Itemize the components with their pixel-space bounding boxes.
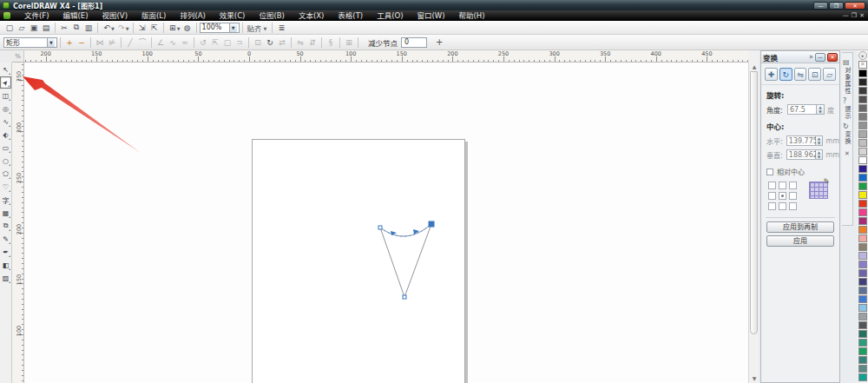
transform-size-button[interactable]: ⊡ [808,68,821,81]
freehand-tool-button[interactable]: ∿ [0,116,11,128]
reflect-nodes-h-icon[interactable]: ⇋ [294,36,306,48]
color-swatch-25[interactable] [858,287,867,294]
color-swatch-3[interactable] [858,96,867,103]
break-curve-icon[interactable]: ⊭ [106,36,118,48]
horizontal-input[interactable]: 139.775 [786,135,816,146]
menu-item-2[interactable]: 视图(V) [95,10,135,21]
menu-item-7[interactable]: 文本(X) [292,10,331,21]
ellipse-tool-button[interactable]: ○ [0,155,11,167]
new-document-icon[interactable]: ▢ [3,22,16,33]
rotate-skew-nodes-icon[interactable]: ↻ [264,36,276,48]
color-swatch-5[interactable] [858,113,867,121]
minimize-button[interactable]: — [813,2,828,10]
color-swatch-35[interactable] [858,373,867,381]
reflect-nodes-v-icon[interactable]: ⇵ [306,36,319,48]
vertical-ruler[interactable]: 350300250200150100 [12,63,24,383]
color-swatch-27[interactable] [858,304,867,312]
color-swatch-4[interactable] [858,104,867,112]
color-swatch-12[interactable] [858,174,867,182]
color-swatch-21[interactable] [858,252,867,260]
color-swatch-29[interactable] [858,321,867,329]
basic-shapes-tool-button[interactable]: ♡ [0,181,11,193]
angle-spinner[interactable]: ▲▼ [817,104,825,115]
menu-item-8[interactable]: 表格(T) [331,10,370,21]
doc-close-button[interactable]: ✕ [859,11,865,20]
convert-to-line-icon[interactable]: ╱ [124,36,136,48]
color-swatch-14[interactable] [858,191,867,199]
interactive-fill-tool-button[interactable]: ▨ [0,272,11,284]
transform-rotate-button[interactable]: ↻ [779,68,792,81]
eyedropper-tool-button[interactable]: ✎ [0,233,11,245]
text-tool-button[interactable]: 字 [0,194,11,206]
smooth-node-icon[interactable]: ∿ [167,36,179,48]
vertical-scrollbar[interactable]: ▲ ▼ [748,63,759,383]
doc-restore-button[interactable]: ❐ [852,11,857,20]
anchor-cell-2[interactable] [789,182,797,189]
crop-tool-button[interactable]: ◫ [0,89,11,102]
color-swatch-6[interactable] [858,122,867,129]
horizontal-spinner[interactable]: ▲▼ [816,135,824,146]
select-all-nodes-icon[interactable]: ⊞ [343,36,355,48]
chevron-down-icon[interactable]: ▼ [229,23,237,32]
fill-tool-button[interactable]: ◧ [0,259,11,271]
symmetrical-node-icon[interactable]: ≈ [179,36,191,48]
color-swatch-2[interactable] [858,87,867,95]
tab-transform[interactable]: ↻变换 [843,120,852,145]
horizontal-ruler[interactable]: 20015010050050100150200250300350400450 [24,50,748,63]
scrollbar-thumb[interactable] [750,71,758,334]
transform-scale-mirror-button[interactable]: ⇋ [794,68,807,81]
color-swatch-30[interactable] [858,330,867,338]
doc-minimize-button[interactable]: — [843,11,849,20]
rectangle-tool-button[interactable]: ▭ [0,142,11,154]
color-swatch-22[interactable] [858,261,867,268]
table-tool-button[interactable]: ▦ [0,207,11,219]
docker-minimize-button[interactable]: — [815,53,825,62]
anchor-cell-6[interactable] [768,202,776,210]
color-swatch-20[interactable] [858,243,867,251]
interactive-blend-tool-button[interactable]: ⧉ [0,220,11,232]
anchor-cell-8[interactable] [789,202,797,210]
anchor-cell-4[interactable] [779,192,786,200]
anchor-cell-1[interactable] [779,182,786,189]
docker-chevron-icon[interactable]: » [809,53,813,61]
vertical-spinner[interactable]: ▲▼ [816,149,824,160]
polygon-tool-button[interactable]: ⬠ [0,168,11,180]
color-swatch-19[interactable] [858,234,867,242]
color-swatch-10[interactable] [858,156,867,164]
angle-input[interactable]: 67.5 [787,104,817,115]
color-swatch-8[interactable] [858,139,867,147]
copy-icon[interactable]: ⧉ [70,22,82,33]
export-icon[interactable]: ⇱ [148,22,161,33]
tab-hints[interactable]: ?提示 [843,95,852,120]
color-swatch-9[interactable] [858,148,867,155]
color-swatch-0[interactable] [858,69,867,77]
options-icon[interactable]: ≣ [275,22,287,33]
curve-smoothness-slider[interactable]: + [436,37,443,47]
color-swatch-33[interactable] [858,356,867,364]
extract-subpath-icon[interactable]: ⇱ [209,36,221,48]
close-button[interactable]: ✕ [845,2,865,10]
color-swatch-28[interactable] [858,313,867,320]
color-swatch-1[interactable] [858,78,867,86]
color-swatch-24[interactable] [858,278,867,286]
menu-item-3[interactable]: 版面(L) [135,10,173,21]
chevron-down-icon[interactable]: ▼ [126,26,129,31]
color-swatch-13[interactable] [858,182,867,190]
print-icon[interactable]: ▤ [40,22,52,33]
palette-flyout-icon[interactable]: ▸ [858,51,867,60]
color-swatch-26[interactable] [858,295,867,303]
anchor-cell-7[interactable] [779,202,786,210]
vertical-input[interactable]: 188.962 [786,149,816,160]
apply-button[interactable]: 应用 [766,235,834,247]
anchor-cell-5[interactable] [789,192,797,200]
color-swatch-18[interactable] [858,226,867,234]
relative-center-checkbox[interactable] [766,168,773,175]
reduce-nodes-input[interactable]: 0 [401,37,427,48]
open-icon[interactable]: ▱ [16,22,28,33]
no-color-swatch[interactable] [858,61,867,69]
pick-tool-button[interactable]: ↖ [0,63,11,76]
page[interactable] [252,139,465,383]
convert-to-curve-icon[interactable]: ⌒ [136,36,148,48]
align-nodes-icon[interactable]: ⇄ [276,36,288,48]
smart-fill-tool-button[interactable]: ⬖ [0,129,11,141]
